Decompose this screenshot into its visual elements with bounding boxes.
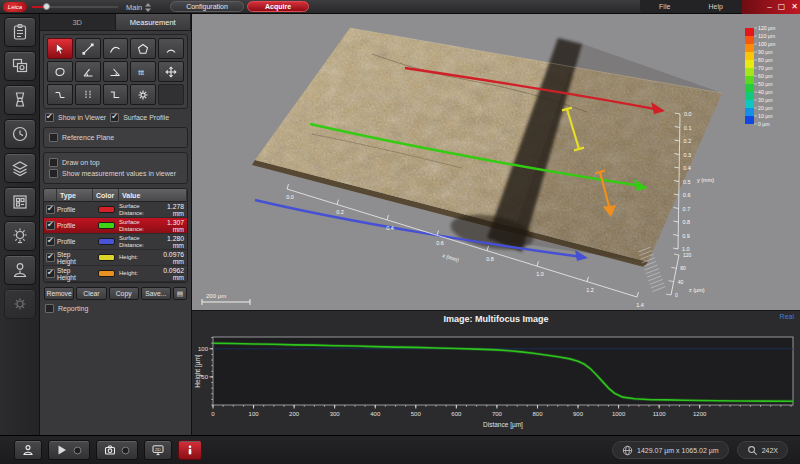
svg-text:300: 300 <box>330 411 341 417</box>
svg-text:1.4: 1.4 <box>636 302 644 308</box>
save-button[interactable]: Save... <box>141 287 171 300</box>
sidebar-item-processing[interactable] <box>4 187 36 217</box>
step-height-vertical-tool[interactable] <box>75 84 101 105</box>
sidebar-item-gallery[interactable] <box>4 51 36 81</box>
sidebar-item-illumination[interactable] <box>4 221 36 251</box>
step-height-tool[interactable] <box>47 84 73 105</box>
reference-plane-checkbox[interactable] <box>49 133 58 142</box>
arc-tool[interactable] <box>158 38 184 59</box>
stepper-icon[interactable] <box>145 3 151 12</box>
table-row[interactable]: Profile SurfaceDistance: 1.278 mm <box>44 202 187 218</box>
info-icon <box>184 444 196 456</box>
remove-button[interactable]: Remove <box>44 287 74 300</box>
svg-text:600: 600 <box>451 411 462 417</box>
row-type: StepHeight <box>57 251 93 265</box>
field-size-status: 1429.07 µm x 1065.02 µm <box>612 441 729 459</box>
copy-button[interactable]: Copy <box>109 287 139 300</box>
chart-title: Image: Multifocus Image <box>192 314 800 324</box>
display-2d-button[interactable]: 2D <box>144 440 172 460</box>
row-visible-checkbox[interactable] <box>46 253 55 262</box>
fit-icon <box>165 66 177 78</box>
polygon-tool[interactable] <box>130 38 156 59</box>
sidebar-item-layers[interactable] <box>4 153 36 183</box>
maximize-button[interactable]: ▢ <box>778 0 786 14</box>
svg-text:0.1: 0.1 <box>684 125 692 131</box>
surface-profile-checkbox[interactable] <box>110 113 119 122</box>
table-actions: Remove Clear Copy Save... ▤ <box>44 287 187 300</box>
table-row[interactable]: Profile SurfaceDistance: 1.307 mm <box>44 218 187 234</box>
sidebar-item-objective[interactable] <box>4 85 36 115</box>
row-visible-checkbox[interactable] <box>46 221 55 230</box>
table-row[interactable]: Profile SurfaceDistance: 1.280 mm <box>44 234 187 250</box>
tab-3d[interactable]: 3D <box>40 14 116 30</box>
real-scale-link[interactable]: Real <box>780 313 794 320</box>
capture-button[interactable] <box>96 440 138 460</box>
menu-help[interactable]: Help <box>701 3 731 10</box>
step-height-custom-tool[interactable] <box>103 84 129 105</box>
select-tool[interactable] <box>47 38 73 59</box>
tab-measurement[interactable]: Measurement <box>116 14 192 30</box>
info-button[interactable] <box>178 440 202 460</box>
table-row[interactable]: StepHeight Height: 0.0962 mm <box>44 266 187 282</box>
text-tool[interactable]: ttt <box>130 61 156 82</box>
row-value-label: SurfaceDistance: <box>119 203 157 216</box>
row-value: 1.280 mm <box>157 235 187 249</box>
row-visible-checkbox[interactable] <box>46 269 55 278</box>
svg-text:Distance [µm]: Distance [µm] <box>483 421 523 429</box>
minimize-button[interactable]: ‒ <box>767 0 771 14</box>
reporting-checkbox[interactable] <box>45 304 54 313</box>
column-color[interactable]: Color <box>93 189 119 202</box>
workflow-selector[interactable]: Main <box>126 1 151 13</box>
draw-on-top-label: Draw on top <box>62 159 100 166</box>
slider-knob[interactable] <box>43 3 50 10</box>
line-tool[interactable] <box>75 38 101 59</box>
viewer-3d[interactable]: 0.00.20.40.60.81.01.21.4x (mm)0.00.10.20… <box>192 14 800 310</box>
angle-tool[interactable] <box>75 61 101 82</box>
table-row[interactable]: StepHeight Height: 0.0976 mm <box>44 250 187 266</box>
sidebar-item-maintenance[interactable] <box>4 289 36 319</box>
region-tool[interactable] <box>47 61 73 82</box>
export-list-button[interactable]: ▤ <box>173 287 187 300</box>
sidebar-item-history[interactable] <box>4 119 36 149</box>
live-button[interactable] <box>48 440 90 460</box>
profile-chart-panel: Image: Multifocus Image Real 01002003004… <box>192 310 800 435</box>
clear-button[interactable]: Clear <box>76 287 106 300</box>
user-button[interactable] <box>14 440 42 460</box>
show-in-viewer-checkbox[interactable] <box>45 113 54 122</box>
magnification-status[interactable]: 242X <box>737 441 788 459</box>
gallery-icon <box>11 57 29 75</box>
column-value[interactable]: Value <box>119 189 187 202</box>
menu-file[interactable]: File <box>651 3 678 10</box>
fit-view-tool[interactable] <box>158 61 184 82</box>
sidebar-item-user[interactable] <box>4 255 36 285</box>
surface-profile-label: Surface Profile <box>123 114 169 121</box>
step-configuration[interactable]: Configuration <box>170 1 244 12</box>
svg-text:120: 120 <box>683 252 692 258</box>
row-value: 0.0976 mm <box>157 251 187 265</box>
column-type[interactable]: Type <box>57 189 93 202</box>
row-type: Profile <box>57 238 93 245</box>
measurement-settings-tool[interactable] <box>130 84 156 105</box>
angle-3point-tool[interactable] <box>103 61 129 82</box>
maintenance-icon <box>11 295 29 313</box>
svg-text:1100: 1100 <box>653 411 667 417</box>
svg-text:0.6: 0.6 <box>683 192 691 198</box>
step-acquire[interactable]: Acquire <box>247 1 309 12</box>
show-values-checkbox[interactable] <box>49 169 58 178</box>
objective-icon <box>11 91 29 109</box>
layers-icon <box>11 159 29 177</box>
workflow-slider[interactable] <box>32 6 118 8</box>
reporting-label: Reporting <box>58 305 88 312</box>
row-visible-checkbox[interactable] <box>46 205 55 214</box>
close-button[interactable]: ✕ <box>791 0 798 14</box>
curve-tool[interactable] <box>103 38 129 59</box>
svg-text:400: 400 <box>370 411 381 417</box>
table-header: Type Color Value <box>44 189 187 202</box>
svg-text:200 µm: 200 µm <box>206 293 226 299</box>
profile-chart[interactable]: 0100200300400500600700800900100011001200… <box>192 327 800 437</box>
svg-text:0.2: 0.2 <box>684 138 692 144</box>
sidebar-item-experiments[interactable] <box>4 17 36 47</box>
svg-text:0 µm: 0 µm <box>758 121 770 127</box>
draw-on-top-checkbox[interactable] <box>49 158 58 167</box>
row-visible-checkbox[interactable] <box>46 237 55 246</box>
